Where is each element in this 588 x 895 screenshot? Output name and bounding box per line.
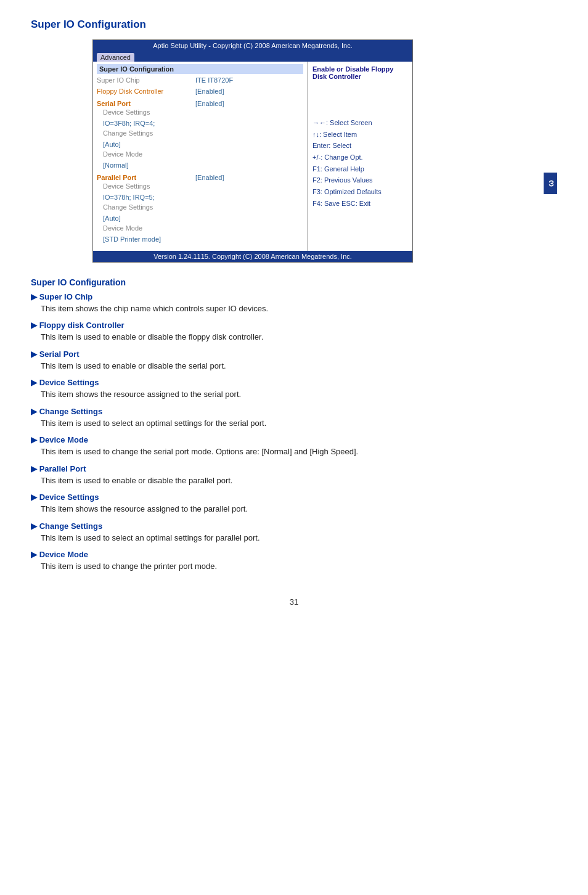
doc-item-desc-4: This item is used to select an optimal s… [41, 417, 557, 430]
bios-chip-row: Super IO Chip ITE IT8720F [97, 76, 303, 86]
bios-chip-label: Super IO Chip [97, 76, 195, 86]
doc-item-0: Super IO ChipThis item shows the chip na… [31, 292, 557, 315]
bios-help-text: Enable or Disable Floppy Disk Controller [312, 65, 407, 80]
bios-parallel-block: Parallel Port [Enabled] Device Settings … [97, 174, 303, 244]
bios-header: Aptio Setup Utility - Copyright (C) 2008… [93, 40, 412, 51]
bios-nav-f1: F1: General Help [312, 163, 407, 175]
doc-item-desc-9: This item is used to change the printer … [41, 560, 557, 573]
bios-serial-row: Serial Port [Enabled] [97, 100, 303, 107]
bios-parallel-label: Parallel Port [97, 174, 195, 181]
doc-item-desc-1: This item is used to enable or disable t… [41, 331, 557, 343]
doc-item-2: Serial PortThis item is used to enable o… [31, 349, 557, 372]
bios-nav-f2: F2: Previous Values [312, 174, 407, 186]
bios-nav-f4: F4: Save ESC: Exit [312, 198, 407, 210]
bios-left-panel: Super IO Configuration Super IO Chip ITE… [93, 62, 308, 251]
page-number: 31 [31, 597, 557, 607]
doc-item-4: Change SettingsThis item is used to sele… [31, 407, 557, 430]
doc-item-desc-0: This item shows the chip name which cont… [41, 303, 557, 315]
bios-floppy-label: Floppy Disk Controller [97, 88, 195, 97]
chapter-tab: ω [544, 173, 557, 194]
bios-serial-sub2: [Auto] [97, 139, 303, 150]
bios-parallel-sub2: [Auto] [97, 213, 303, 224]
bios-footer: Version 1.24.1115. Copyright (C) 2008 Am… [93, 251, 412, 262]
bios-change-settings-2: Change Settings [97, 202, 303, 213]
doc-item-title-2: Serial Port [31, 349, 557, 359]
bios-device-mode-2: Device Mode [97, 223, 303, 234]
bios-nav-enter: Enter: Select [312, 140, 407, 152]
chapter-number: ω [546, 180, 555, 187]
bios-parallel-sub3: [STD Printer mode] [97, 234, 303, 245]
bios-serial-sub1: IO=3F8h; IRQ=4; [97, 118, 303, 129]
doc-item-7: Device SettingsThis item shows the resou… [31, 492, 557, 515]
bios-change-settings-1: Change Settings [97, 128, 303, 139]
bios-parallel-row: Parallel Port [Enabled] [97, 174, 303, 181]
doc-item-title-6: Parallel Port [31, 464, 557, 473]
bios-serial-value: [Enabled] [195, 100, 224, 107]
bios-nav-block: →←: Select Screen ↑↓: Select Item Enter:… [312, 117, 407, 210]
bios-tab-advanced: Advanced [97, 53, 134, 62]
bios-floppy-row: Floppy Disk Controller [Enabled] [97, 88, 303, 97]
doc-item-title-5: Device Mode [31, 435, 557, 444]
doc-item-title-7: Device Settings [31, 492, 557, 502]
bios-nav-f3: F3: Optimized Defaults [312, 186, 407, 198]
bios-serial-block: Serial Port [Enabled] Device Settings IO… [97, 100, 303, 170]
bios-device-settings-2: Device Settings [97, 181, 303, 192]
doc-item-title-8: Change Settings [31, 521, 557, 531]
doc-item-5: Device ModeThis item is used to change t… [31, 435, 557, 458]
doc-item-desc-3: This item shows the resource assigned to… [41, 388, 557, 401]
bios-screenshot: Aptio Setup Utility - Copyright (C) 2008… [92, 39, 413, 263]
bios-nav-change: +/-: Change Opt. [312, 152, 407, 163]
doc-item-title-9: Device Mode [31, 550, 557, 559]
bios-device-settings-1: Device Settings [97, 107, 303, 118]
doc-item-1: Floppy disk ControllerThis item is used … [31, 321, 557, 343]
doc-item-title-3: Device Settings [31, 378, 557, 387]
doc-item-desc-6: This item is used to enable or disable t… [41, 475, 557, 487]
doc-item-desc-8: This item is used to select an optimal s… [41, 532, 557, 544]
doc-item-desc-7: This item shows the resource assigned to… [41, 503, 557, 515]
doc-section: Super IO Configuration Super IO ChipThis… [31, 277, 557, 573]
doc-item-title-1: Floppy disk Controller [31, 321, 557, 330]
bios-serial-sub3: [Normal] [97, 160, 303, 171]
doc-item-desc-5: This item is used to change the serial p… [41, 446, 557, 458]
bios-tab-row: Advanced [93, 51, 412, 62]
bios-nav-select-screen: →←: Select Screen [312, 117, 407, 129]
bios-right-panel: Enable or Disable Floppy Disk Controller… [308, 62, 412, 251]
doc-items-container: Super IO ChipThis item shows the chip na… [31, 292, 557, 573]
bios-body: Super IO Configuration Super IO Chip ITE… [93, 62, 412, 251]
bios-nav-select-item: ↑↓: Select Item [312, 129, 407, 141]
bios-device-mode-1: Device Mode [97, 149, 303, 160]
doc-item-title-4: Change Settings [31, 407, 557, 416]
page-title: Super IO Configuration [31, 18, 557, 31]
bios-chip-value: ITE IT8720F [195, 76, 233, 86]
doc-item-8: Change SettingsThis item is used to sele… [31, 521, 557, 544]
doc-item-desc-2: This item is used to enable or disable t… [41, 360, 557, 372]
doc-item-3: Device SettingsThis item shows the resou… [31, 378, 557, 401]
bios-parallel-value: [Enabled] [195, 174, 224, 181]
doc-main-title: Super IO Configuration [31, 277, 557, 287]
doc-item-6: Parallel PortThis item is used to enable… [31, 464, 557, 487]
bios-parallel-sub1: IO=378h; IRQ=5; [97, 192, 303, 203]
bios-serial-label: Serial Port [97, 100, 195, 107]
bios-floppy-value: [Enabled] [195, 88, 224, 97]
bios-section-title: Super IO Configuration [97, 64, 303, 74]
doc-item-9: Device ModeThis item is used to change t… [31, 550, 557, 573]
doc-item-title-0: Super IO Chip [31, 292, 557, 301]
